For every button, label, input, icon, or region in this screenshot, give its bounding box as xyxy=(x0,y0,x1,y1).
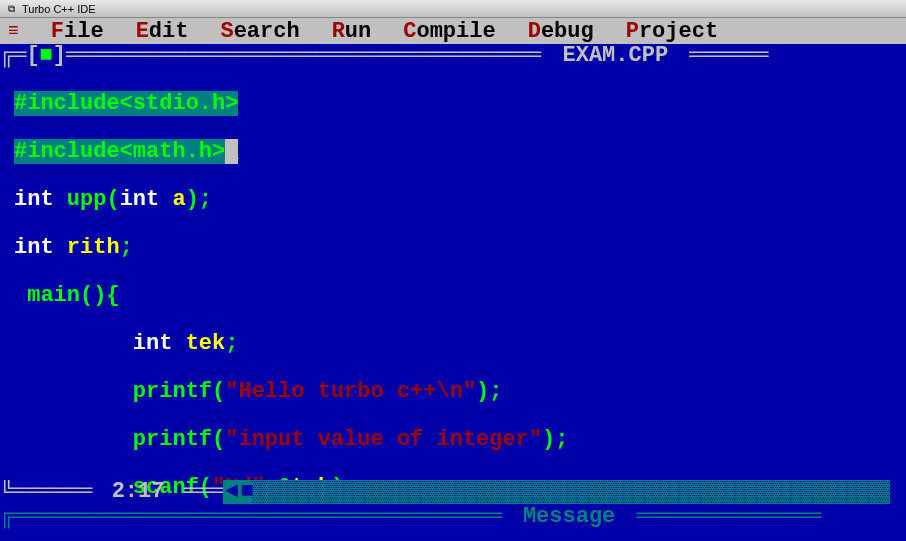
window-titlebar: ⧉ Turbo C++ IDE xyxy=(0,0,906,18)
code-line[interactable]: int upp(int a); xyxy=(14,188,892,212)
menu-compile[interactable]: Compile xyxy=(403,19,495,44)
code-line[interactable]: printf("input value of integer"); xyxy=(14,428,892,452)
menu-edit[interactable]: Edit xyxy=(136,19,189,44)
cursor-position: 2:17 xyxy=(106,480,171,504)
code-line[interactable]: int rith; xyxy=(14,236,892,260)
app-icon: ⧉ xyxy=(4,2,18,16)
menu-project[interactable]: Project xyxy=(626,19,718,44)
code-line[interactable]: printf("Hello turbo c++\n"); xyxy=(14,380,892,404)
code-line[interactable]: main(){ xyxy=(14,284,892,308)
editor-filename: EXAM.CPP xyxy=(555,44,677,68)
close-box[interactable]: [■] xyxy=(26,44,66,68)
message-border-top: ╔═════════════════════════════════════ M… xyxy=(0,505,906,529)
message-title: Message xyxy=(515,505,623,529)
editor-window: ╔═[■]═══════════════════════════════════… xyxy=(0,44,906,504)
scroll-left-icon[interactable]: ◄ xyxy=(223,480,240,504)
window-title: Turbo C++ IDE xyxy=(22,3,96,15)
editor-border-bottom: ╚══════ 2:17 ═══◄■▒▒▒▒▒▒▒▒▒▒▒▒▒▒▒▒▒▒▒▒▒▒… xyxy=(0,480,906,504)
menubar: ≡ File Edit Search Run Compile Debug Pro… xyxy=(0,18,906,44)
message-window: ╔═════════════════════════════════════ M… xyxy=(0,505,906,541)
menu-file[interactable]: File xyxy=(51,19,104,44)
editor-border-top: ╔═[■]═══════════════════════════════════… xyxy=(0,44,906,68)
menu-debug[interactable]: Debug xyxy=(528,19,594,44)
code-line[interactable]: #include<stdio.h> xyxy=(14,92,892,116)
code-area[interactable]: #include<stdio.h> #include<math.h>_ int … xyxy=(14,68,892,541)
text-cursor: _ xyxy=(225,139,238,164)
menu-search[interactable]: Search xyxy=(220,19,299,44)
menu-run[interactable]: Run xyxy=(332,19,372,44)
code-line[interactable]: int tek; xyxy=(14,332,892,356)
scrollbar-horizontal[interactable]: ■▒▒▒▒▒▒▒▒▒▒▒▒▒▒▒▒▒▒▒▒▒▒▒▒▒▒▒▒▒▒▒▒▒▒▒▒▒▒▒… xyxy=(240,480,890,504)
system-menu-icon[interactable]: ≡ xyxy=(8,22,19,40)
code-line[interactable]: #include<math.h>_ xyxy=(14,140,892,164)
